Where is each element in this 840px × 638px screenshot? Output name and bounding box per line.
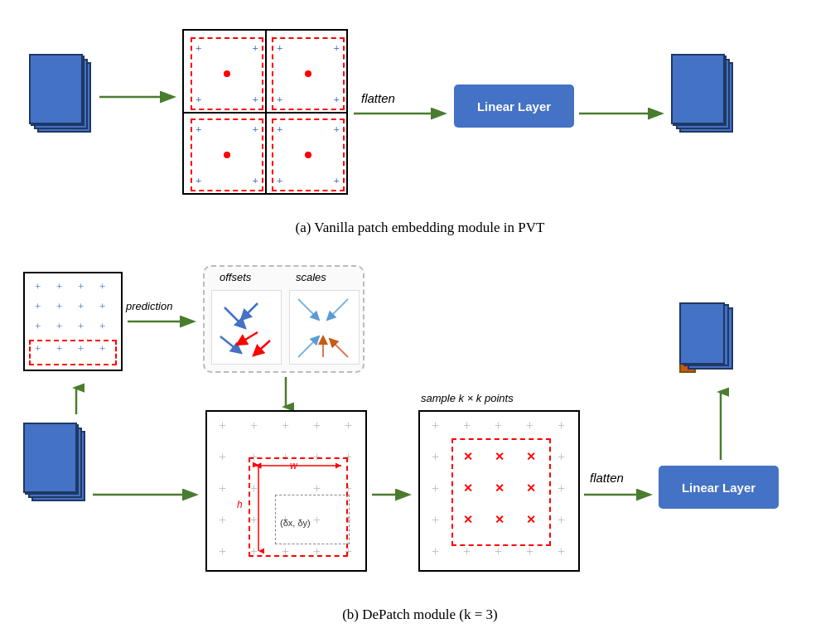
flatten-label-a: flatten [361, 91, 395, 105]
scales-label: scales [296, 271, 326, 283]
svg-line-8 [253, 341, 270, 355]
svg-line-11 [298, 336, 319, 357]
caption-a: (a) Vanilla patch embedding module in PV… [296, 220, 545, 236]
svg-line-12 [330, 339, 348, 357]
offsets-panel [211, 290, 282, 365]
input-feat-stack-a [29, 54, 87, 128]
svg-line-10 [327, 299, 348, 320]
h-label: h [237, 499, 243, 510]
arrow-feat-to-grid-b [68, 381, 84, 422]
svg-line-7 [237, 332, 258, 345]
output-feat-stack-a [671, 54, 729, 128]
sub-patch-bl: + + + + [191, 118, 263, 191]
w-label: w [290, 460, 297, 471]
arrow-linear-to-output-b [712, 385, 729, 467]
linear-layer-box-b: Linear Layer [659, 466, 779, 509]
caption-b: (b) DePatch module (k = 3) [342, 607, 498, 623]
arrow-grid-to-sampled-b [370, 486, 416, 506]
linear-layer-label-b: Linear Layer [682, 481, 756, 495]
arrow-grid-to-linear-a [352, 105, 451, 125]
prediction-arrow [126, 313, 200, 333]
linear-layer-box-a: Linear Layer [454, 85, 574, 128]
arrow-linear-to-output-a [577, 105, 669, 125]
offsets-label: offsets [220, 271, 251, 283]
sub-patch-br: + + + + [272, 118, 345, 191]
linear-layer-label-a: Linear Layer [477, 99, 551, 114]
diagram-container: (a) Vanilla patch embedding module in PV… [0, 0, 840, 638]
prediction-label: prediction [126, 300, 172, 312]
sample-grid-b: + + + + + + + + + + + + + + + + + + + + … [205, 410, 367, 572]
delta-label: (δx, δy) [280, 518, 311, 528]
patch-grid-a: + + + + + + + + + + + + [182, 29, 348, 195]
h-annotation [253, 462, 264, 554]
input-feat-stack-b [23, 423, 81, 497]
arrow-sampled-to-linear-b [582, 486, 657, 506]
offsets-scales-box: offsets scales [203, 265, 364, 373]
arrow-input-to-grid-a [98, 89, 181, 109]
output-feat-stack-b [679, 302, 741, 381]
svg-line-5 [241, 303, 258, 320]
sample-label: sample k × k points [421, 392, 514, 404]
arrow-feat-to-samplebox-b [91, 486, 203, 506]
sampled-box-b: + + + + + + + + + + + + + + + + ✕ ✕ ✕ ✕ … [418, 410, 580, 572]
flatten-label-b: flatten [590, 471, 624, 485]
svg-line-9 [298, 299, 319, 320]
sub-patch-tr: + + + + [272, 37, 345, 110]
scales-panel [289, 290, 360, 365]
section-a: (a) Vanilla patch embedding module in PV… [0, 17, 840, 240]
sub-patch-tl: + + + + [191, 37, 263, 110]
w-annotation [251, 460, 345, 471]
section-b: (b) DePatch module (k = 3) + + + + + + +… [0, 257, 840, 630]
query-grid-b: + + + + + + + + + + + + + + + + [23, 272, 123, 371]
